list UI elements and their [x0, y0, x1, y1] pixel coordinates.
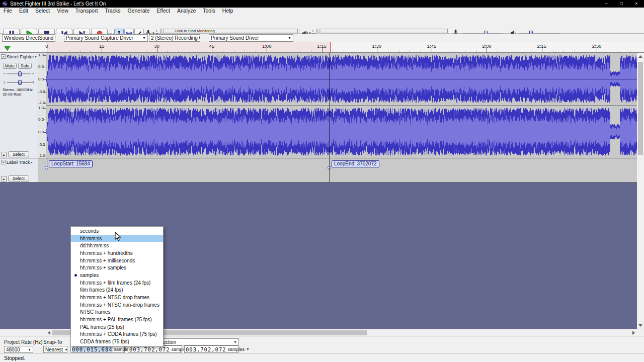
- track-select-button[interactable]: Select: [8, 175, 29, 182]
- solo-button[interactable]: Solo: [18, 63, 32, 69]
- label-text[interactable]: LoopStart: 15684: [49, 160, 93, 167]
- status-bar: Stopped.: [0, 353, 644, 362]
- menu-bar: File Edit Select View Transport Tracks G…: [0, 8, 644, 14]
- audio-track-panel: × Street Fighter ▾ Mute Solo − + L R: [0, 53, 38, 158]
- mouse-cursor-icon: [115, 232, 121, 243]
- pan-slider[interactable]: L R: [3, 79, 35, 86]
- recording-channels-select[interactable]: 2 (Stereo) Recording Cha▼: [149, 34, 200, 42]
- selection-start-field[interactable]: 000,015,684 samples ▼: [70, 345, 125, 353]
- menu-edit[interactable]: Edit: [16, 8, 32, 14]
- timeline-tick: 1:30: [377, 42, 377, 52]
- format-menu-item[interactable]: NTSC frames: [71, 309, 163, 316]
- track-close-icon[interactable]: ×: [1, 54, 6, 59]
- close-button[interactable]: ×: [629, 0, 644, 8]
- track-close-icon[interactable]: ×: [1, 160, 6, 164]
- menu-analyze[interactable]: Analyze: [174, 8, 199, 14]
- menu-tracks[interactable]: Tracks: [101, 8, 124, 14]
- format-menu-item[interactable]: hh:mm:ss + PAL frames (25 fps): [71, 316, 163, 323]
- vertical-scroll-thumb[interactable]: [638, 62, 643, 155]
- menu-help[interactable]: Help: [219, 8, 237, 14]
- collapse-track-button[interactable]: ▲: [1, 152, 7, 157]
- label-track-title[interactable]: Label Track: [7, 160, 30, 165]
- audacity-window: Street Fighter III 3rd Strike - Let's Ge…: [0, 0, 644, 362]
- scroll-left-button[interactable]: [45, 329, 52, 336]
- playback-cursor: [330, 53, 330, 158]
- project-rate-select[interactable]: 48000▼: [4, 346, 33, 353]
- scroll-up-button[interactable]: [637, 53, 644, 60]
- playback-meter-bars[interactable]: [316, 29, 448, 33]
- format-menu-item[interactable]: hh:mm:ss + hundredths: [71, 249, 163, 257]
- timeline-ruler[interactable]: 01530451:001:151:301:452:002:152:30: [0, 42, 644, 53]
- timeline-tick: 0: [47, 42, 47, 52]
- menu-view[interactable]: View: [53, 8, 72, 14]
- timeline-tick: 30: [157, 42, 157, 52]
- format-menu-item[interactable]: hh:mm:ss + CDDA frames (75 fps): [71, 331, 163, 338]
- scroll-right-button[interactable]: [630, 329, 637, 336]
- track-title[interactable]: Street Fighter: [7, 54, 34, 59]
- timeline-tick: 15: [102, 42, 102, 52]
- menu-tools[interactable]: Tools: [199, 8, 219, 14]
- label-track-panel: × Label Track ▾ ▲ Select: [0, 158, 38, 182]
- label-stalk: [47, 158, 47, 166]
- recording-device-select[interactable]: Primary Sound Capture Driver▼: [64, 34, 148, 42]
- recording-meter-bars[interactable]: Click to Start Monitoring: [160, 29, 298, 33]
- maximize-button[interactable]: □: [614, 0, 629, 8]
- timeline-tick: 1:00: [267, 42, 267, 52]
- menu-effect[interactable]: Effect: [153, 8, 174, 14]
- track-select-button[interactable]: Select: [8, 151, 29, 157]
- label-track: × Label Track ▾ ▲ Select LoopStart: 1568…: [0, 158, 637, 183]
- collapse-track-button[interactable]: ▲: [1, 176, 7, 182]
- device-toolbar: Windows DirectSound▼ Primary Sound Captu…: [0, 34, 644, 42]
- timeline-tick: 1:15: [322, 42, 323, 52]
- monitoring-hint[interactable]: Click to Start Monitoring: [160, 29, 297, 33]
- waveform-canvas[interactable]: [46, 53, 637, 158]
- gain-slider[interactable]: − +: [3, 70, 35, 77]
- timeline-tick: 2:30: [597, 42, 597, 52]
- format-menu-item[interactable]: CDDA frames (75 fps): [71, 338, 163, 345]
- time-format-menu: secondshh:mm:ssdd:hh:mm:sshh:mm:ss + hun…: [70, 226, 164, 346]
- menu-transport[interactable]: Transport: [72, 8, 102, 14]
- minimize-button[interactable]: –: [599, 0, 614, 8]
- label-area[interactable]: LoopStart: 15684 LoopEnd: 3702072: [46, 158, 637, 182]
- label-text[interactable]: LoopEnd: 3702072: [332, 160, 379, 167]
- format-menu-item[interactable]: hh:mm:ss + film frames (24 fps): [71, 279, 163, 287]
- format-menu-item[interactable]: samples: [71, 272, 163, 279]
- timeline-tick: 2:00: [487, 42, 487, 52]
- vertical-scale-ruler: 1.0 0.5 0.0 -0.5 -1.0 1.0 0.5 0.0 -0.5 -…: [38, 53, 46, 158]
- format-menu-item[interactable]: hh:mm:ss + samples: [71, 264, 163, 272]
- audio-position-field[interactable]: 003,702,072 samples ▼: [184, 345, 238, 353]
- selection-end-field[interactable]: 003,702,072 samples ▼: [128, 345, 182, 353]
- snap-to-select[interactable]: Nearest▼: [43, 346, 67, 353]
- format-menu-item[interactable]: hh:mm:ss + NTSC non-drop frames: [71, 301, 163, 309]
- track-menu-icon[interactable]: ▾: [31, 160, 33, 164]
- title-bar: Street Fighter III 3rd Strike - Let's Ge…: [0, 0, 644, 8]
- track-format-line1: Stereo, 48000Hz: [3, 87, 38, 92]
- timeline-tick: 45: [212, 42, 212, 52]
- track-format-line2: 32-bit float: [3, 92, 38, 97]
- window-title: Street Fighter III 3rd Strike - Let's Ge…: [10, 1, 106, 7]
- format-menu-item[interactable]: film frames (24 fps): [71, 287, 163, 294]
- format-menu-item[interactable]: hh:mm:ss + NTSC drop frames: [71, 294, 163, 301]
- mute-button[interactable]: Mute: [3, 63, 17, 69]
- waveform-right-channel[interactable]: [46, 106, 637, 158]
- playback-device-select[interactable]: Primary Sound Driver▼: [209, 34, 293, 42]
- waveform-left-channel[interactable]: [46, 53, 637, 105]
- format-menu-item[interactable]: PAL frames (25 fps): [71, 323, 163, 331]
- timeline-tick: 2:15: [542, 42, 542, 52]
- scroll-down-button[interactable]: [637, 322, 644, 329]
- audacity-logo-icon: [2, 1, 8, 7]
- status-text: Stopped.: [4, 355, 25, 361]
- format-menu-item[interactable]: hh:mm:ss + milliseconds: [71, 257, 163, 264]
- toolbar-dock: I ▼ LR: [0, 14, 644, 34]
- audio-track: × Street Fighter ▾ Mute Solo − + L R: [0, 53, 637, 158]
- menu-generate[interactable]: Generate: [124, 8, 153, 14]
- label-handle-icon[interactable]: [45, 166, 48, 169]
- snap-to-label: Snap-To: [43, 339, 62, 345]
- vertical-scrollbar[interactable]: [637, 53, 644, 329]
- track-menu-icon[interactable]: ▾: [35, 55, 37, 58]
- audio-host-select[interactable]: Windows DirectSound▼: [2, 34, 55, 42]
- menu-file[interactable]: File: [0, 8, 16, 14]
- timeline-tick: 1:45: [432, 42, 432, 52]
- menu-select[interactable]: Select: [32, 8, 53, 14]
- playback-cursor: [330, 158, 330, 182]
